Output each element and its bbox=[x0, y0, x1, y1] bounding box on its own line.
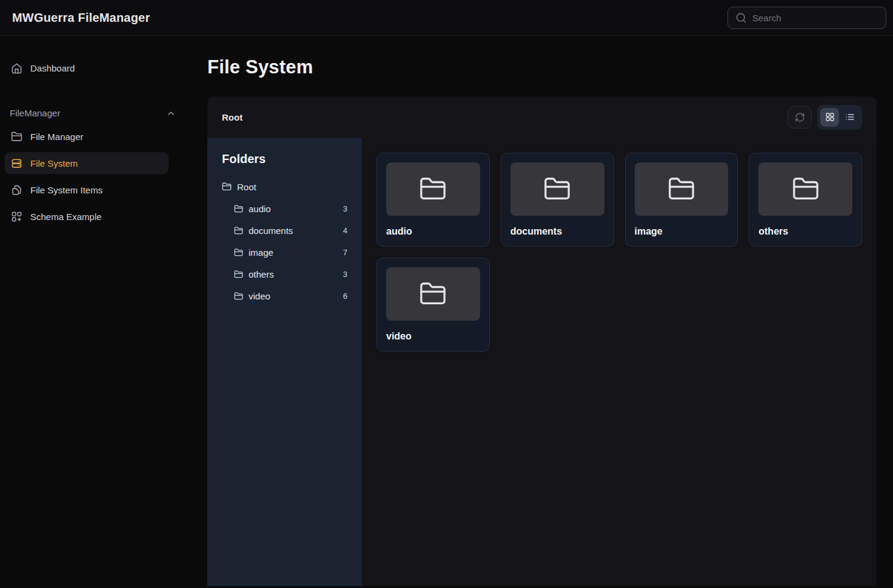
grid-plus-icon bbox=[11, 211, 22, 222]
folder-icon bbox=[234, 270, 243, 279]
sidebar-item-file-manager[interactable]: File Manager bbox=[5, 125, 169, 147]
server-icon bbox=[11, 158, 22, 169]
folder-card-video[interactable]: video bbox=[376, 258, 490, 352]
sidebar-item-label: File Manager bbox=[30, 132, 84, 142]
tree-item-root[interactable]: Root bbox=[222, 176, 347, 198]
list-view-icon bbox=[845, 112, 855, 122]
tree-item-label: audio bbox=[249, 204, 271, 214]
folder-icon bbox=[667, 175, 695, 203]
folder-icon bbox=[234, 292, 243, 301]
home-icon bbox=[11, 62, 22, 74]
tree-item-count: 4 bbox=[343, 226, 347, 235]
folder-grid-area: audio documents image bbox=[362, 138, 877, 586]
folder-card-label: documents bbox=[510, 226, 604, 237]
main-content: File System Root bbox=[207, 36, 877, 588]
refresh-button[interactable] bbox=[788, 106, 812, 129]
sidebar-item-label: File System bbox=[30, 158, 78, 169]
tree-item-label: documents bbox=[249, 226, 293, 236]
sidebar-item-dashboard[interactable]: Dashboard bbox=[5, 57, 169, 79]
sidebar-item-file-system-items[interactable]: File System Items bbox=[5, 179, 169, 201]
folder-card-others[interactable]: others bbox=[749, 153, 862, 247]
folder-icon bbox=[543, 175, 571, 203]
folder-icon bbox=[792, 175, 820, 203]
tree-item-audio[interactable]: audio 3 bbox=[234, 198, 347, 219]
folder-icon bbox=[11, 131, 22, 142]
search-icon bbox=[735, 12, 747, 24]
folder-card-label: audio bbox=[386, 226, 480, 237]
tree-item-label: Root bbox=[237, 182, 256, 192]
sidebar-section-items: File Manager File System File System Ite… bbox=[5, 125, 183, 227]
folder-card-image[interactable]: image bbox=[625, 153, 738, 247]
app-title: MWGuerra FileManager bbox=[12, 11, 150, 25]
tree-item-count: 6 bbox=[343, 292, 347, 301]
folder-card-documents[interactable]: documents bbox=[501, 153, 614, 247]
folder-card-label: video bbox=[386, 331, 480, 342]
chevron-up-icon[interactable] bbox=[166, 109, 176, 118]
tree-item-label: image bbox=[249, 247, 273, 258]
folders-tree-panel: Folders Root audio 3 bbox=[207, 138, 362, 586]
tree-item-documents[interactable]: documents 4 bbox=[234, 219, 347, 241]
folder-thumbnail bbox=[510, 162, 604, 216]
panel-toolbar: Root bbox=[207, 96, 877, 138]
folder-icon bbox=[234, 248, 243, 257]
refresh-icon bbox=[795, 112, 805, 122]
folder-icon bbox=[234, 204, 243, 213]
tree-item-image[interactable]: image 7 bbox=[234, 241, 347, 263]
sidebar-item-file-system[interactable]: File System bbox=[5, 152, 169, 174]
sidebar-item-label: File System Items bbox=[30, 185, 102, 195]
folder-icon bbox=[419, 280, 447, 308]
folder-card-label: others bbox=[758, 226, 852, 237]
folder-thumbnail bbox=[758, 162, 852, 216]
grid-view-icon bbox=[825, 112, 835, 122]
folder-grid: audio documents image bbox=[376, 153, 862, 352]
sidebar-item-label: Dashboard bbox=[30, 63, 75, 73]
tree-item-label: video bbox=[249, 291, 270, 301]
folder-thumbnail bbox=[386, 162, 480, 216]
tree-item-count: 7 bbox=[343, 248, 347, 257]
sidebar-item-label: Schema Example bbox=[30, 212, 102, 222]
toolbar-actions bbox=[788, 105, 862, 130]
tree-item-label: others bbox=[249, 269, 274, 279]
list-view-button[interactable] bbox=[840, 108, 859, 127]
section-label: FileManager bbox=[10, 108, 60, 118]
topbar: MWGuerra FileManager bbox=[0, 0, 893, 36]
view-toggle-group bbox=[817, 105, 862, 130]
folder-thumbnail bbox=[386, 267, 480, 321]
sidebar: Dashboard FileManager File Manager File … bbox=[0, 36, 188, 588]
grid-view-button[interactable] bbox=[820, 108, 839, 127]
folder-card-label: image bbox=[635, 226, 729, 237]
sidebar-item-schema-example[interactable]: Schema Example bbox=[5, 205, 169, 227]
panel-body: Folders Root audio 3 bbox=[207, 138, 877, 586]
search-box[interactable] bbox=[727, 7, 886, 29]
search-input[interactable] bbox=[752, 13, 878, 23]
file-browser-panel: Root bbox=[207, 96, 877, 586]
tree-item-video[interactable]: video 6 bbox=[234, 285, 347, 307]
folder-icon bbox=[222, 182, 232, 192]
page-title: File System bbox=[207, 56, 877, 78]
sidebar-section-filemanager[interactable]: FileManager bbox=[5, 108, 183, 118]
folder-icon bbox=[234, 226, 243, 235]
folder-thumbnail bbox=[635, 162, 729, 216]
tree-item-count: 3 bbox=[343, 270, 347, 279]
breadcrumb[interactable]: Root bbox=[222, 112, 242, 122]
tree-item-others[interactable]: others 3 bbox=[234, 263, 347, 285]
folders-heading: Folders bbox=[222, 152, 347, 166]
tree-item-count: 3 bbox=[343, 204, 347, 213]
folder-card-audio[interactable]: audio bbox=[376, 153, 490, 247]
folder-icon bbox=[419, 175, 447, 203]
copy-icon bbox=[11, 184, 22, 196]
